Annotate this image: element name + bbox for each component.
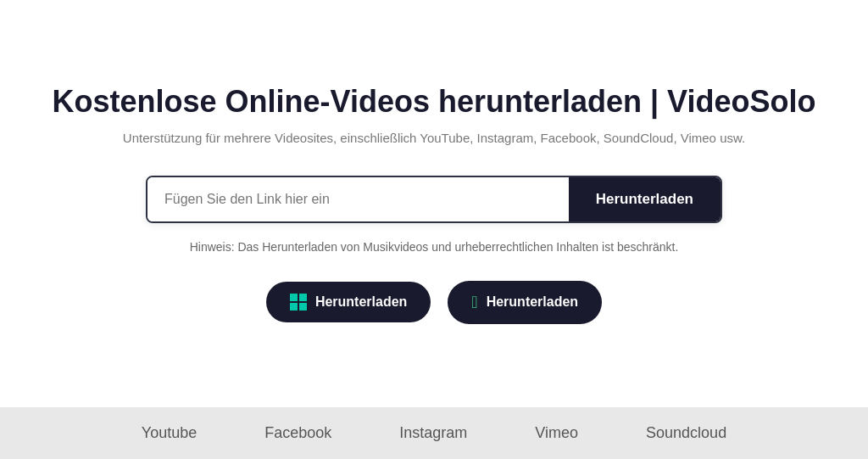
footer-link-soundcloud[interactable]: Soundcloud: [646, 424, 726, 442]
windows-download-button[interactable]: Herunterladen: [266, 282, 431, 322]
footer: YoutubeFacebookInstagramVimeoSoundcloud: [0, 407, 868, 459]
download-button-main[interactable]: Herunterladen: [569, 177, 721, 221]
url-input[interactable]: [147, 177, 569, 221]
apple-download-button[interactable]:  Herunterladen: [448, 281, 602, 324]
svg-rect-0: [290, 294, 298, 301]
svg-rect-1: [299, 294, 307, 301]
hint-text: Hinweis: Das Herunterladen von Musikvide…: [190, 240, 679, 254]
apple-icon: : [471, 293, 477, 312]
footer-link-youtube[interactable]: Youtube: [142, 424, 197, 442]
app-buttons: Herunterladen  Herunterladen: [266, 281, 602, 324]
apple-btn-label: Herunterladen: [487, 294, 578, 310]
windows-btn-label: Herunterladen: [315, 294, 407, 310]
svg-rect-2: [290, 303, 298, 311]
footer-link-vimeo[interactable]: Vimeo: [535, 424, 578, 442]
page-subtitle: Unterstützung für mehrere Videosites, ei…: [123, 131, 745, 145]
footer-link-facebook[interactable]: Facebook: [264, 424, 331, 442]
search-container: Herunterladen: [146, 176, 722, 223]
footer-link-instagram[interactable]: Instagram: [399, 424, 467, 442]
main-content: Kostenlose Online-Videos herunterladen |…: [0, 0, 868, 407]
svg-rect-3: [299, 303, 307, 311]
page-title: Kostenlose Online-Videos herunterladen |…: [53, 83, 816, 120]
windows-icon: [290, 294, 307, 311]
